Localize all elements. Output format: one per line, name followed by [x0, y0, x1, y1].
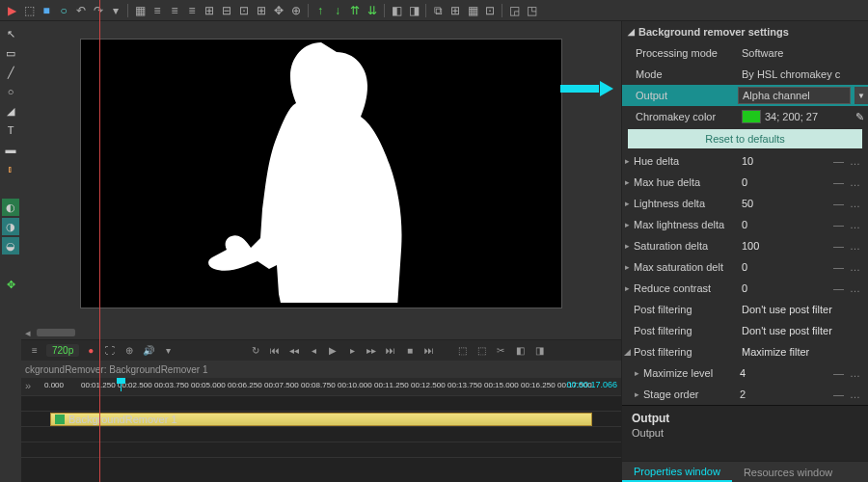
- group-icon[interactable]: ⧉: [430, 3, 446, 18]
- tab-resources[interactable]: Resources window: [732, 462, 844, 482]
- prop-value[interactable]: 0—…: [738, 261, 868, 273]
- arrow-up-icon[interactable]: ⇈: [347, 3, 363, 18]
- expand-icon[interactable]: ⛶: [102, 343, 118, 359]
- tool-icon[interactable]: ◑: [2, 218, 19, 235]
- playhead-icon[interactable]: [121, 378, 122, 391]
- tab-properties[interactable]: Properties window: [622, 462, 732, 482]
- dropdown-icon[interactable]: ▾: [160, 343, 176, 359]
- move-icon[interactable]: ✥: [2, 276, 19, 293]
- prop-value[interactable]: By HSL chromakey c: [738, 68, 868, 80]
- prop-row[interactable]: ▸Stage order2—…: [622, 384, 868, 405]
- prop-value[interactable]: Don't use post filter: [738, 325, 868, 336]
- rewind-icon[interactable]: ◂◂: [286, 343, 302, 359]
- center-icon[interactable]: ⊕: [288, 3, 304, 18]
- tool-icon[interactable]: ◧: [512, 343, 528, 359]
- tool-icon[interactable]: ■: [39, 3, 54, 18]
- chevron-down-icon[interactable]: ▼: [854, 87, 868, 104]
- prop-row[interactable]: ▸Max saturation delt0—…: [622, 256, 868, 278]
- settings-icon[interactable]: ◳: [524, 3, 539, 18]
- timeline-clip[interactable]: BackgroundRemover 1: [50, 413, 592, 426]
- tool-icon[interactable]: ◨: [531, 343, 547, 359]
- prop-row[interactable]: ModeBy HSL chromakey c: [622, 64, 868, 85]
- line-icon[interactable]: ╱: [2, 64, 19, 81]
- volume-icon[interactable]: 🔊: [141, 343, 156, 359]
- prop-row[interactable]: Chromakey color34; 200; 27 ✎: [622, 106, 868, 127]
- prop-value[interactable]: 0—…: [738, 219, 868, 230]
- arrow-down-icon[interactable]: ⇊: [365, 3, 380, 18]
- redo-icon[interactable]: ↷: [91, 3, 106, 18]
- tooltip-icon[interactable]: ▬: [2, 141, 19, 158]
- resolution-pill[interactable]: 720p: [46, 344, 79, 357]
- shape-icon[interactable]: ◢: [2, 102, 19, 120]
- menu-icon[interactable]: ≡: [27, 343, 42, 359]
- prop-row[interactable]: ▸Saturation delta100—…: [622, 235, 868, 256]
- prop-row[interactable]: ▸Reduce contrast0—…: [622, 278, 868, 299]
- prop-value[interactable]: Don't use post filter: [738, 304, 868, 315]
- text-icon[interactable]: T: [2, 121, 19, 139]
- group-icon[interactable]: ⊞: [448, 3, 463, 18]
- prop-row[interactable]: ▸Max hue delta0—…: [622, 172, 868, 193]
- center-icon[interactable]: ✥: [271, 3, 286, 18]
- arrow-up-icon[interactable]: ↑: [312, 3, 328, 18]
- step-back-icon[interactable]: ◂: [306, 343, 321, 359]
- tool-icon[interactable]: ○: [56, 3, 71, 18]
- prop-value[interactable]: 2—…: [736, 388, 868, 400]
- prop-value[interactable]: Software: [738, 47, 868, 59]
- prop-row[interactable]: OutputAlpha channel▼: [622, 85, 868, 106]
- circle-icon[interactable]: ○: [2, 83, 19, 100]
- prop-row[interactable]: Processing modeSoftware: [622, 42, 868, 64]
- prop-row[interactable]: ▸Lightness delta50—…: [622, 193, 868, 214]
- rect-icon[interactable]: ▭: [2, 44, 19, 62]
- cut-icon[interactable]: ✂: [493, 343, 508, 359]
- stop-icon[interactable]: ■: [402, 343, 418, 359]
- prop-row[interactable]: Post filteringDon't use post filter: [622, 299, 868, 320]
- ffwd-icon[interactable]: ▸▸: [364, 343, 379, 359]
- tool-icon[interactable]: ◒: [2, 237, 19, 254]
- tool-icon[interactable]: ▶: [4, 3, 19, 18]
- step-fwd-icon[interactable]: ▸: [344, 343, 360, 359]
- prop-value[interactable]: 4—…: [736, 367, 868, 379]
- align-icon[interactable]: ⊞: [202, 3, 217, 18]
- color-swatch[interactable]: [742, 110, 761, 123]
- prop-value[interactable]: 50—…: [738, 198, 868, 209]
- tool-icon[interactable]: ◨: [406, 3, 421, 18]
- reset-button[interactable]: Reset to defaults: [628, 129, 862, 148]
- cursor-icon[interactable]: ↖: [2, 25, 19, 42]
- prop-row[interactable]: ▸Maximize level4—…: [622, 362, 868, 384]
- prop-value[interactable]: 34; 200; 27 ✎: [738, 110, 868, 123]
- video-preview[interactable]: [80, 39, 562, 308]
- chart-icon[interactable]: ⫾: [2, 160, 19, 177]
- align-icon[interactable]: ⊡: [236, 3, 252, 18]
- timeline-tab[interactable]: ckgroundRemover: BackgroundRemover 1: [21, 361, 621, 378]
- section-header[interactable]: ◢Background remover settings: [622, 21, 868, 42]
- prop-row[interactable]: Post filteringDon't use post filter: [622, 320, 868, 341]
- next-icon[interactable]: ⏭: [383, 343, 398, 359]
- loop-icon[interactable]: ↻: [248, 343, 263, 359]
- record-icon[interactable]: ●: [83, 343, 98, 359]
- prop-value[interactable]: Alpha channel: [738, 87, 851, 104]
- mark-icon[interactable]: ⬚: [454, 343, 470, 359]
- tool-icon[interactable]: ⬚: [21, 3, 37, 18]
- prop-row[interactable]: ▸Hue delta10—…: [622, 150, 868, 172]
- pencil-icon[interactable]: ✎: [855, 111, 864, 123]
- align-icon[interactable]: ≡: [167, 3, 182, 18]
- group-icon[interactable]: ▦: [465, 3, 480, 18]
- prop-value[interactable]: 0—…: [738, 176, 868, 188]
- group-icon[interactable]: ⊡: [482, 3, 498, 18]
- prop-row[interactable]: ▸Max lightness delta0—…: [622, 214, 868, 235]
- arrow-down-icon[interactable]: ↓: [330, 3, 345, 18]
- tool-icon[interactable]: ◐: [2, 199, 19, 216]
- prop-row[interactable]: ◢Post filteringMaximize filter: [622, 341, 868, 362]
- mark-icon[interactable]: ⬚: [474, 343, 489, 359]
- prev-icon[interactable]: ⏮: [267, 343, 283, 359]
- dropdown-icon[interactable]: ▾: [108, 3, 123, 18]
- align-icon[interactable]: ≡: [184, 3, 200, 18]
- settings-icon[interactable]: ◲: [506, 3, 522, 18]
- play-icon[interactable]: ▶: [325, 343, 340, 359]
- timeline-ruler[interactable]: » 0.00000:01.25000:02.50000:03.75000:05.…: [21, 378, 621, 395]
- zoom-icon[interactable]: ⊕: [122, 343, 137, 359]
- grid-icon[interactable]: ▦: [132, 3, 148, 18]
- prop-value[interactable]: 100—…: [738, 240, 868, 252]
- prop-value[interactable]: 10—…: [738, 155, 868, 167]
- prop-value[interactable]: 0—…: [738, 282, 868, 294]
